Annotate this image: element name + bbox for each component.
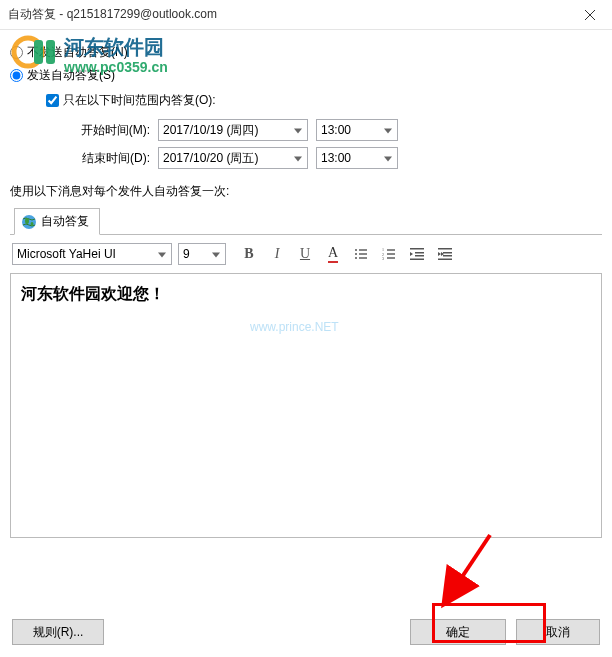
end-time-row: 结束时间(D): 2017/10/20 (周五) 13:00 — [70, 147, 602, 169]
radio-dont-send-label: 不发送自动答复(N) — [27, 44, 128, 61]
ok-button[interactable]: 确定 — [410, 619, 506, 645]
bullet-list-button[interactable] — [350, 243, 372, 265]
end-time-label: 结束时间(D): — [70, 150, 150, 167]
radio-send[interactable]: 发送自动答复(S) — [10, 67, 602, 84]
editor-area[interactable]: 河东软件园欢迎您！ — [10, 273, 602, 538]
svg-rect-15 — [410, 248, 424, 250]
rules-button[interactable]: 规则(R)... — [12, 619, 104, 645]
section-label: 使用以下消息对每个发件人自动答复一次: — [10, 183, 602, 200]
svg-point-5 — [355, 253, 357, 255]
globe-icon — [21, 214, 37, 230]
svg-rect-17 — [415, 255, 424, 257]
svg-text:3: 3 — [382, 256, 384, 261]
svg-rect-22 — [438, 259, 452, 261]
font-color-button[interactable]: A — [322, 243, 344, 265]
title-bar: 自动答复 - q2151817299@outlook.com — [0, 0, 612, 30]
start-time-combo[interactable]: 13:00 — [316, 119, 398, 141]
tab-auto-reply[interactable]: 自动答复 — [14, 208, 100, 235]
underline-button[interactable]: U — [294, 243, 316, 265]
svg-point-0 — [22, 215, 36, 229]
bold-button[interactable]: B — [238, 243, 260, 265]
radio-send-input[interactable] — [10, 69, 23, 82]
number-list-button[interactable]: 123 — [378, 243, 400, 265]
indent-button[interactable] — [434, 243, 456, 265]
time-range-checkbox-label: 只在以下时间范围内答复(O): — [63, 92, 216, 109]
svg-rect-10 — [387, 249, 395, 250]
start-date-combo[interactable]: 2017/10/19 (周四) — [158, 119, 308, 141]
close-icon — [585, 10, 595, 20]
start-time-row: 开始时间(M): 2017/10/19 (周四) 13:00 — [70, 119, 602, 141]
svg-rect-14 — [387, 257, 395, 258]
svg-rect-6 — [359, 253, 367, 254]
window-title: 自动答复 - q2151817299@outlook.com — [8, 6, 217, 23]
start-time-label: 开始时间(M): — [70, 122, 150, 139]
svg-rect-4 — [359, 249, 367, 250]
editor-content: 河东软件园欢迎您！ — [21, 284, 591, 305]
outdent-button[interactable] — [406, 243, 428, 265]
indent-icon — [438, 247, 452, 261]
svg-point-3 — [355, 249, 357, 251]
cancel-button[interactable]: 取消 — [516, 619, 600, 645]
end-date-combo[interactable]: 2017/10/20 (周五) — [158, 147, 308, 169]
italic-button[interactable]: I — [266, 243, 288, 265]
close-button[interactable] — [567, 0, 612, 29]
svg-rect-21 — [443, 255, 452, 257]
svg-point-2 — [31, 222, 34, 226]
tab-strip: 自动答复 — [10, 208, 602, 235]
editor-toolbar: Microsoft YaHei UI 9 B I U A 123 — [10, 235, 602, 273]
radio-dont-send[interactable]: 不发送自动答复(N) — [10, 44, 602, 61]
radio-dont-send-input[interactable] — [10, 46, 23, 59]
svg-rect-16 — [415, 252, 424, 254]
svg-rect-18 — [410, 259, 424, 261]
svg-point-1 — [25, 218, 29, 224]
tab-label: 自动答复 — [41, 213, 89, 230]
svg-point-7 — [355, 257, 357, 259]
svg-rect-8 — [359, 257, 367, 258]
outdent-icon — [410, 247, 424, 261]
number-list-icon: 123 — [382, 247, 396, 261]
svg-rect-20 — [443, 252, 452, 254]
end-time-combo[interactable]: 13:00 — [316, 147, 398, 169]
time-range-checkbox-input[interactable] — [46, 94, 59, 107]
time-range-checkbox[interactable]: 只在以下时间范围内答复(O): — [46, 92, 602, 109]
svg-rect-19 — [438, 248, 452, 250]
radio-send-label: 发送自动答复(S) — [27, 67, 115, 84]
font-size-combo[interactable]: 9 — [178, 243, 226, 265]
svg-rect-12 — [387, 253, 395, 254]
font-family-combo[interactable]: Microsoft YaHei UI — [12, 243, 172, 265]
button-bar: 规则(R)... 确定 取消 — [12, 619, 600, 645]
bullet-list-icon — [354, 247, 368, 261]
